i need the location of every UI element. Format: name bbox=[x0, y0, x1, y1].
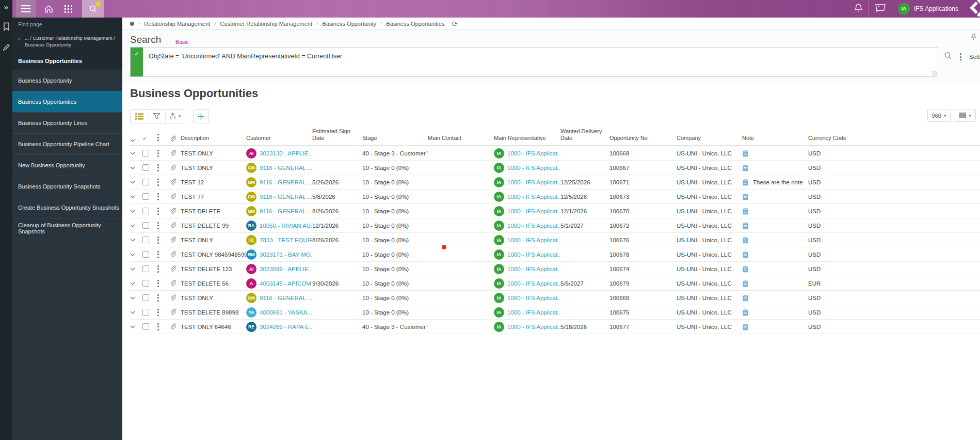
search-mode-basic-link[interactable]: Basic bbox=[175, 39, 189, 45]
row-menu-kebab[interactable] bbox=[156, 163, 169, 172]
representative-link[interactable]: 1000 - IFS Applicat... bbox=[507, 237, 560, 243]
page-size-select[interactable]: 960 ▾ bbox=[927, 109, 951, 122]
row-menu-kebab[interactable] bbox=[156, 279, 169, 288]
representative-link[interactable]: 1000 - IFS Applicat... bbox=[507, 295, 560, 301]
attachment-icon[interactable] bbox=[169, 164, 181, 171]
add-record-button[interactable] bbox=[193, 109, 209, 123]
note-icon[interactable] bbox=[742, 280, 749, 287]
search-options-kebab[interactable] bbox=[959, 52, 962, 61]
expand-all-chevron[interactable] bbox=[130, 139, 142, 145]
row-menu-kebab[interactable] bbox=[156, 322, 169, 332]
sidebar-item[interactable]: Business Opportunity Snapshots bbox=[12, 176, 122, 197]
search-settings-link[interactable]: Settings bbox=[969, 54, 980, 60]
attachment-icon[interactable] bbox=[169, 193, 181, 200]
attachment-icon[interactable] bbox=[169, 237, 181, 243]
representative-link[interactable]: 1000 - IFS Applicat... bbox=[507, 194, 560, 200]
note-icon[interactable] bbox=[742, 294, 749, 302]
row-checkbox[interactable] bbox=[142, 251, 156, 258]
note-icon[interactable] bbox=[742, 179, 749, 186]
sidebar-item[interactable]: Business Opportunity bbox=[12, 70, 122, 91]
customer-link[interactable]: 9116 - GENERAL ... bbox=[260, 165, 312, 171]
layout-select[interactable]: ▾ bbox=[955, 109, 976, 122]
note-icon[interactable] bbox=[742, 150, 749, 157]
column-header[interactable]: Description bbox=[181, 135, 246, 145]
row-menu-kebab[interactable] bbox=[156, 192, 169, 201]
user-avatar[interactable]: IA bbox=[898, 3, 910, 15]
row-expand-chevron[interactable] bbox=[130, 152, 142, 155]
row-expand-chevron[interactable] bbox=[130, 311, 142, 314]
column-header[interactable]: Main Representative bbox=[494, 135, 560, 145]
select-all-check[interactable]: ✓ bbox=[142, 135, 156, 145]
row-menu-kebab[interactable] bbox=[156, 149, 169, 158]
row-menu-kebab[interactable] bbox=[156, 264, 169, 274]
row-menu-kebab[interactable] bbox=[156, 178, 169, 187]
column-header[interactable]: Currency Code bbox=[808, 135, 980, 145]
customer-link[interactable]: 3023130 - APPLIE... bbox=[260, 150, 312, 156]
attachment-icon[interactable] bbox=[169, 265, 181, 272]
sidebar-item[interactable]: Cleanup of Business Opportunity Snapshot… bbox=[12, 218, 122, 239]
attachment-icon[interactable] bbox=[169, 251, 181, 258]
breadcrumb-link[interactable]: Customer Relationship Management bbox=[220, 21, 313, 27]
row-expand-chevron[interactable] bbox=[130, 253, 142, 256]
sidebar-item[interactable]: Create Business Opportunity Snapshots bbox=[12, 197, 122, 218]
row-menu-kebab[interactable] bbox=[156, 293, 169, 303]
attachment-icon[interactable] bbox=[169, 323, 181, 330]
note-icon[interactable] bbox=[742, 265, 749, 273]
row-checkbox[interactable] bbox=[142, 265, 156, 272]
customer-link[interactable]: 9116 - GENERAL ... bbox=[260, 179, 312, 185]
customer-link[interactable]: 9116 - GENERAL ... bbox=[260, 194, 312, 200]
representative-link[interactable]: 1000 - IFS Applicat... bbox=[507, 179, 560, 185]
row-menu-kebab[interactable] bbox=[156, 221, 169, 230]
list-view-button[interactable] bbox=[131, 110, 148, 123]
column-header[interactable]: Wanted Delivery Date bbox=[560, 128, 609, 146]
attachment-icon[interactable] bbox=[169, 208, 181, 214]
customer-link[interactable]: 3023171 - BAY MO... bbox=[260, 252, 312, 258]
row-expand-chevron[interactable] bbox=[130, 239, 142, 242]
attachment-icon[interactable] bbox=[169, 294, 181, 301]
row-checkbox[interactable] bbox=[142, 280, 156, 287]
search-query-input[interactable]: ObjState = 'Unconfirmed' AND MainReprese… bbox=[143, 48, 938, 76]
representative-link[interactable]: 1000 - IFS Applicat... bbox=[507, 223, 560, 229]
row-expand-chevron[interactable] bbox=[130, 325, 142, 328]
row-checkbox[interactable] bbox=[142, 323, 156, 330]
attachment-icon[interactable] bbox=[169, 150, 181, 156]
customer-link[interactable]: 9116 - GENERAL ... bbox=[260, 208, 312, 214]
column-header[interactable]: Stage bbox=[362, 135, 428, 145]
global-search-button[interactable]: ✓ bbox=[82, 0, 104, 18]
column-header[interactable]: Company bbox=[677, 135, 742, 145]
representative-link[interactable]: 1000 - IFS Applicat... bbox=[507, 208, 560, 214]
sidebar-item[interactable]: Business Opportunities bbox=[12, 91, 122, 112]
row-menu-kebab[interactable] bbox=[156, 250, 169, 259]
customer-link[interactable]: 4003145 - APICOM bbox=[260, 280, 311, 287]
row-expand-chevron[interactable] bbox=[130, 195, 142, 198]
note-icon[interactable] bbox=[742, 323, 749, 331]
column-header[interactable]: Main Contact bbox=[428, 135, 494, 145]
notifications-bell-icon[interactable] bbox=[854, 3, 863, 14]
row-checkbox[interactable] bbox=[142, 164, 156, 171]
column-header[interactable]: Opportunity No bbox=[609, 135, 677, 145]
customer-link[interactable]: 3023099 - APPLIE... bbox=[260, 266, 312, 272]
note-icon[interactable] bbox=[742, 237, 749, 244]
execute-search-icon[interactable] bbox=[944, 52, 952, 62]
row-checkbox[interactable] bbox=[142, 309, 156, 316]
row-expand-chevron[interactable] bbox=[130, 268, 142, 271]
attachment-icon[interactable] bbox=[169, 309, 181, 316]
row-expand-chevron[interactable] bbox=[130, 181, 142, 184]
find-page-input[interactable] bbox=[18, 21, 111, 27]
note-icon[interactable] bbox=[742, 164, 749, 171]
representative-link[interactable]: 1000 - IFS Applicat... bbox=[507, 280, 560, 287]
row-checkbox[interactable] bbox=[142, 208, 156, 214]
column-header[interactable]: Estimated Sign Date bbox=[312, 128, 362, 146]
row-menu-kebab[interactable] bbox=[156, 207, 169, 216]
row-expand-chevron[interactable] bbox=[130, 210, 142, 213]
note-icon[interactable] bbox=[742, 193, 749, 200]
app-grid-button[interactable] bbox=[58, 0, 78, 18]
customer-link[interactable]: 3024289 - RAPA E... bbox=[260, 324, 312, 330]
bookmark-icon[interactable] bbox=[3, 22, 10, 32]
filter-button[interactable] bbox=[148, 110, 166, 123]
note-icon[interactable] bbox=[742, 222, 749, 229]
row-expand-chevron[interactable] bbox=[130, 166, 142, 169]
column-header[interactable]: Customer bbox=[246, 135, 312, 145]
row-checkbox[interactable] bbox=[142, 150, 156, 156]
representative-link[interactable]: 1000 - IFS Applicat... bbox=[507, 309, 560, 316]
